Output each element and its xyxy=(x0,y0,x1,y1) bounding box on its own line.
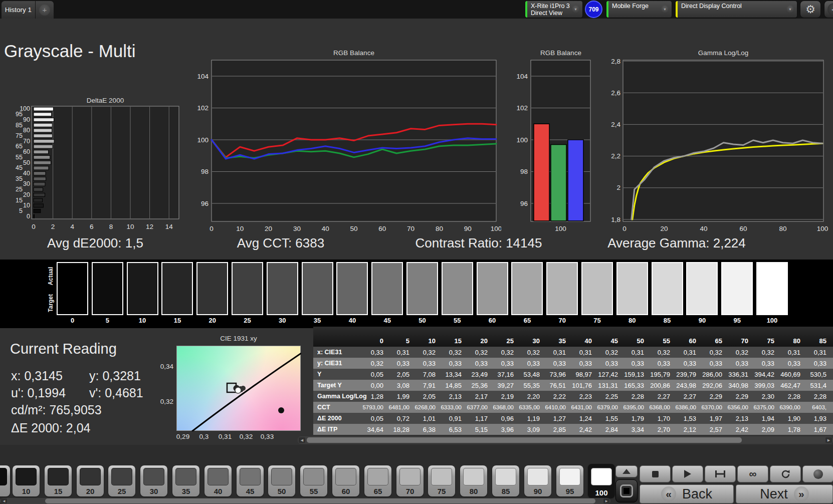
svg-text:45: 45 xyxy=(16,164,23,171)
svg-text:60: 60 xyxy=(23,148,30,155)
patch-scrollbar-thumb[interactable] xyxy=(45,498,595,503)
source-dropdown[interactable]: Mobile Forge ▼ xyxy=(606,1,672,18)
table-scroll-right-icon[interactable]: ▶ xyxy=(825,437,832,443)
swatch-level-label: 0 xyxy=(55,317,90,324)
table-cell: 2,29 xyxy=(700,393,726,400)
patch-button[interactable]: 70 xyxy=(396,465,424,496)
patch-button[interactable]: 15 xyxy=(45,465,72,496)
svg-text:10: 10 xyxy=(126,223,134,230)
table-cell: 0,33 xyxy=(726,360,752,367)
add-tab-button[interactable]: + xyxy=(36,1,54,19)
pattern-size-button[interactable] xyxy=(705,465,736,482)
patch-label: 10 xyxy=(13,487,40,495)
table-scroll-left-icon[interactable]: ◀ xyxy=(299,437,305,443)
patch-button[interactable]: 35 xyxy=(172,465,199,496)
patch-button[interactable]: 80 xyxy=(460,465,487,496)
workflow-label: Direct Display Control xyxy=(681,3,742,10)
refresh-button[interactable] xyxy=(770,465,801,482)
svg-text:102: 102 xyxy=(197,104,209,112)
back-button[interactable]: « Back xyxy=(640,484,734,503)
patch-button[interactable]: 75 xyxy=(428,465,455,496)
patch-swatch xyxy=(399,468,421,485)
patch-label: 70 xyxy=(396,487,424,495)
table-row-label: CCT xyxy=(313,404,361,411)
table-cell: 14,85 xyxy=(440,382,466,389)
patch-button[interactable]: 50 xyxy=(268,465,295,496)
patch-label: 75 xyxy=(428,487,455,495)
patch-button[interactable]: 30 xyxy=(140,465,167,496)
patch-button[interactable]: 40 xyxy=(204,465,232,496)
meter-dropdown[interactable]: X-Rite i1Pro 3 Direct View ▼ xyxy=(525,1,582,18)
table-cell: 23,49 xyxy=(466,371,492,378)
collapse-panel-button[interactable]: ◀ xyxy=(824,1,833,18)
expand-patch-panel-button[interactable] xyxy=(615,465,638,477)
page-title: Grayscale - Multi xyxy=(4,41,136,61)
patch-button[interactable]: 85 xyxy=(492,465,519,496)
table-cell: 2,27 xyxy=(674,393,700,400)
patch-label: 60 xyxy=(332,487,359,495)
display-control-dropdown[interactable]: Direct Display Control ▼ xyxy=(676,1,797,18)
patch-button[interactable]: 95 xyxy=(556,465,583,496)
play-button[interactable] xyxy=(672,465,703,482)
svg-text:20: 20 xyxy=(23,191,30,198)
patch-button[interactable]: 45 xyxy=(237,465,264,496)
tab-label: History 1 xyxy=(5,6,32,14)
table-cell: 2,29 xyxy=(726,393,752,400)
table-cell: 0,32 xyxy=(726,349,752,356)
patch-button[interactable]: 25 xyxy=(108,465,135,496)
table-cell: 6377,00 xyxy=(466,404,492,410)
next-chevron-icon: » xyxy=(794,486,809,501)
settings-button[interactable]: ⚙ xyxy=(800,1,821,18)
table-row: y: CIE310,320,330,330,330,330,330,330,33… xyxy=(313,358,833,369)
loop-button[interactable]: ∞ xyxy=(737,465,768,482)
svg-text:4: 4 xyxy=(70,223,74,230)
table-column-header: 45 xyxy=(596,337,622,347)
svg-text:15: 15 xyxy=(16,197,23,204)
table-cell: 1,19 xyxy=(518,415,544,422)
svg-text:70: 70 xyxy=(23,138,30,145)
patch-button-selected[interactable]: 100 xyxy=(588,464,615,498)
patch-scroll-right-icon[interactable]: ▶ xyxy=(603,498,609,503)
table-column-header: 50 xyxy=(622,337,648,347)
table-cell: 2,57 xyxy=(700,426,726,433)
svg-text:85: 85 xyxy=(16,122,23,129)
table-cell: 18,28 xyxy=(387,426,413,433)
table-cell: 6,38 xyxy=(413,426,440,433)
patch-button[interactable]: 20 xyxy=(77,465,104,496)
table-scrollbar-thumb[interactable] xyxy=(307,437,742,443)
table-cell: 0,32 xyxy=(440,349,466,356)
svg-text:20: 20 xyxy=(265,225,272,232)
svg-text:80: 80 xyxy=(436,225,443,232)
patch-button[interactable]: 55 xyxy=(300,465,327,496)
table-cell: 2,17 xyxy=(466,393,492,400)
table-cell: 2,25 xyxy=(596,393,622,400)
colorspace-badge[interactable]: 709 xyxy=(585,1,602,18)
table-cell: 127,42 xyxy=(596,371,622,378)
patch-button[interactable]: 60 xyxy=(332,465,359,496)
stop-button[interactable] xyxy=(640,465,671,482)
table-cell: 39,27 xyxy=(492,382,518,389)
table-cell: 0,33 xyxy=(518,360,544,367)
next-button[interactable]: Next » xyxy=(736,484,833,503)
patch-button[interactable]: 5 xyxy=(0,465,10,496)
outlier-point xyxy=(278,407,284,413)
table-cell: 1,99 xyxy=(387,393,413,400)
patch-button[interactable]: 65 xyxy=(364,465,391,496)
table-cell: 101,76 xyxy=(570,382,596,389)
pattern-window-button[interactable] xyxy=(615,479,638,502)
tab-history-1[interactable]: History 1 xyxy=(2,1,35,19)
grayscale-swatch xyxy=(161,262,193,315)
patch-label: 20 xyxy=(77,487,104,495)
patch-label: 80 xyxy=(460,487,487,495)
table-cell: 0,33 xyxy=(700,360,726,367)
indicator-button[interactable] xyxy=(802,465,833,482)
patch-scroll-left-icon[interactable]: ◀ xyxy=(1,498,7,503)
grayscale-swatch xyxy=(92,262,123,315)
patch-button[interactable]: 90 xyxy=(524,465,551,496)
swatch-level-label: 75 xyxy=(579,317,615,324)
patch-button[interactable]: 10 xyxy=(13,465,40,496)
table-cell: 6410,00 xyxy=(544,404,570,410)
table-column-header: 25 xyxy=(492,337,518,347)
table-cell: 1,24 xyxy=(570,415,596,422)
table-cell: 394,42 xyxy=(752,371,778,378)
